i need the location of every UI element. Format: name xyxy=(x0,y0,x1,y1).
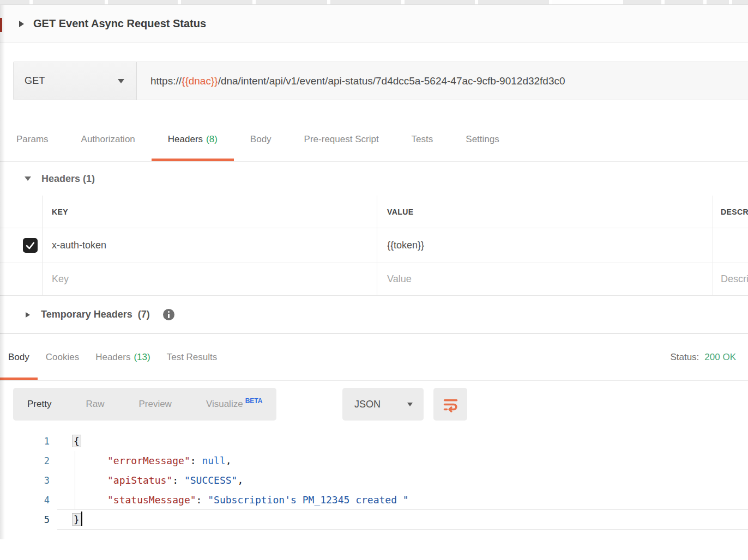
wrap-text-icon xyxy=(442,396,459,413)
code-token: { xyxy=(73,435,81,447)
collapse-caret-icon[interactable] xyxy=(19,21,24,27)
tab-params[interactable]: Params xyxy=(0,117,65,161)
code-line: 2 "errorMessage": null, xyxy=(0,451,748,471)
temporary-headers-label: Temporary Headers xyxy=(41,309,132,320)
code-line: 3 "apiStatus": "SUCCESS", xyxy=(0,471,748,490)
headers-section-label: Headers xyxy=(41,173,80,184)
left-edge-red-fragment xyxy=(0,18,2,32)
code-token: : xyxy=(172,474,184,486)
workspace-tab-fragment[interactable] xyxy=(665,0,703,4)
line-number: 1 xyxy=(0,431,57,451)
workspace-tab-fragment[interactable] xyxy=(108,0,178,4)
headers-section-title: Headers (1) xyxy=(41,173,95,185)
tab-headers[interactable]: Headers(8) xyxy=(152,117,234,161)
temporary-headers-count: (7) xyxy=(138,309,150,320)
checkbox-column-header xyxy=(0,196,43,228)
workspace-tab-fragment[interactable] xyxy=(707,0,729,4)
value-column-header: VALUE xyxy=(377,196,713,228)
url-input[interactable]: https://{{dnac}}/dna/intent/api/v1/event… xyxy=(137,62,748,100)
mode-pretty[interactable]: Pretty xyxy=(27,399,51,410)
response-tab-test-results[interactable]: Test Results xyxy=(159,334,226,380)
tab-body[interactable]: Body xyxy=(234,117,288,161)
response-tab-cookies[interactable]: Cookies xyxy=(38,334,87,380)
workspace-tab-fragment[interactable] xyxy=(478,0,549,4)
view-mode-group: Pretty Raw Preview VisualizeBETA xyxy=(13,388,276,421)
tab-authorization[interactable]: Authorization xyxy=(65,117,152,161)
code-token: , xyxy=(237,474,243,486)
header-key-cell[interactable]: x-auth-token xyxy=(43,228,377,263)
code-token: : xyxy=(196,494,208,506)
line-number: 5 xyxy=(0,510,57,529)
active-line-border-bottom xyxy=(57,529,748,530)
description-column-header: DESCRIPTION xyxy=(713,196,748,228)
code-line-active: 5 } xyxy=(0,510,748,529)
workspace-tab-fragment[interactable] xyxy=(405,0,475,4)
status-label: Status: xyxy=(670,352,699,363)
workspace-tab-fragment[interactable] xyxy=(330,0,401,4)
header-value-cell[interactable]: {{token}} xyxy=(377,228,713,263)
tab-label: Authorization xyxy=(81,134,135,145)
line-number: 4 xyxy=(0,490,57,510)
tab-label: Pre-request Script xyxy=(304,134,379,145)
format-dropdown[interactable]: JSON xyxy=(342,388,424,421)
url-bar: GET https://{{dnac}}/dna/intent/api/v1/e… xyxy=(13,62,748,100)
info-icon[interactable] xyxy=(163,309,174,320)
key-placeholder[interactable]: Key xyxy=(43,263,377,295)
headers-section-count: (1) xyxy=(83,173,95,184)
collapse-caret-icon[interactable] xyxy=(26,312,30,318)
code-token: null xyxy=(202,455,225,466)
code-content: "apiStatus": "SUCCESS", xyxy=(57,471,243,490)
workspace-tab-fragment[interactable] xyxy=(732,0,748,4)
code-line: 1 { xyxy=(0,431,748,451)
mode-preview[interactable]: Preview xyxy=(138,399,171,410)
header-description-cell[interactable] xyxy=(713,228,748,263)
collapse-caret-down-icon[interactable] xyxy=(25,176,31,181)
workspace-tab-fragment[interactable] xyxy=(181,0,252,4)
method-label: GET xyxy=(25,75,45,87)
response-tab-headers[interactable]: Headers(13) xyxy=(87,334,159,380)
code-token: , xyxy=(226,455,232,466)
checkmark-icon xyxy=(25,240,35,251)
description-placeholder[interactable]: Description xyxy=(713,263,748,295)
workspace-tab-fragment[interactable] xyxy=(256,0,327,4)
request-title-bar: GET Event Async Request Status xyxy=(0,5,748,43)
row-checkbox-cell xyxy=(0,228,43,263)
tab-label: Cookies xyxy=(46,352,79,363)
code-token: "Subscription's PM_12345 created " xyxy=(208,494,408,506)
code-token xyxy=(73,451,107,471)
workspace-tab-fragment[interactable] xyxy=(623,0,661,4)
workspace-tab-fragment[interactable] xyxy=(33,0,105,4)
method-dropdown[interactable]: GET xyxy=(14,62,137,100)
tab-settings[interactable]: Settings xyxy=(449,117,515,161)
beta-badge: BETA xyxy=(245,397,263,405)
mode-raw[interactable]: Raw xyxy=(86,399,104,410)
response-body-editor[interactable]: 1 { 2 "errorMessage": null, 3 "apiStatus… xyxy=(0,430,748,539)
code-token: "statusMessage" xyxy=(107,494,196,506)
workspace-tab-active-fragment[interactable] xyxy=(552,0,620,4)
tab-pre-request-script[interactable]: Pre-request Script xyxy=(288,117,395,161)
tab-label: Params xyxy=(16,134,49,145)
code-token: : xyxy=(190,455,202,466)
tab-tests[interactable]: Tests xyxy=(395,117,450,161)
code-token xyxy=(73,471,107,490)
code-content: { xyxy=(57,431,81,451)
code-token: } xyxy=(73,514,81,525)
request-tabs: Params Authorization Headers(8) Body Pre… xyxy=(0,117,748,162)
response-tab-body[interactable]: Body xyxy=(0,334,38,380)
code-token: "SUCCESS" xyxy=(184,474,238,486)
workspace-tab-fragment[interactable] xyxy=(0,0,29,4)
table-header-row: KEY VALUE DESCRIPTION xyxy=(0,196,748,228)
row-checkbox-cell xyxy=(0,263,43,295)
mode-visualize[interactable]: VisualizeBETA xyxy=(206,399,263,410)
value-placeholder[interactable]: Value xyxy=(377,263,713,295)
code-content: } xyxy=(57,510,82,529)
text-cursor xyxy=(81,512,82,526)
url-path: /dna/intent/api/v1/event/api-status/7d4d… xyxy=(218,75,565,87)
temporary-headers-title: Temporary Headers (7) xyxy=(41,309,150,320)
tab-count-badge: (8) xyxy=(206,134,218,145)
row-checkbox-checked[interactable] xyxy=(23,238,38,253)
code-token: "errorMessage" xyxy=(107,455,190,466)
wrap-text-button[interactable] xyxy=(433,388,467,421)
tab-label: Headers xyxy=(95,352,130,363)
tab-label: Body xyxy=(250,134,272,145)
